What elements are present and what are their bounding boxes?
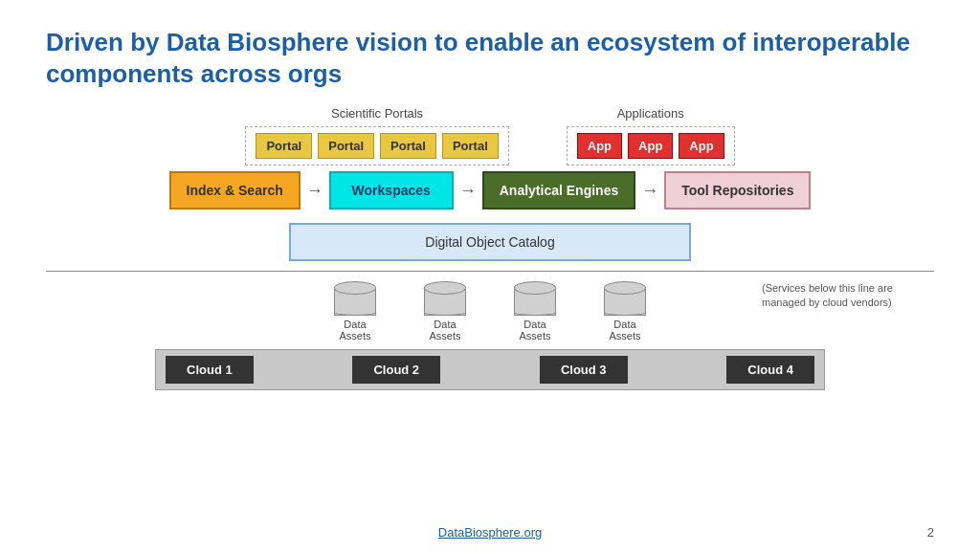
diagram: Scientific Portals Portal Portal Portal … (46, 106, 934, 390)
apps-group: Applications App App App (567, 106, 735, 165)
cloud-1-box: Cloud 1 (166, 356, 254, 384)
portal-box-1: Portal (256, 133, 312, 159)
cloud-3-box: Cloud 3 (540, 356, 628, 384)
portals-group: Scientific Portals Portal Portal Portal … (245, 106, 508, 165)
app-box-1: App (577, 133, 622, 159)
arrow-2: → (454, 181, 482, 201)
cylinder-icon-1 (334, 281, 376, 316)
portals-boxes: Portal Portal Portal Portal (245, 126, 508, 165)
top-row: Scientific Portals Portal Portal Portal … (46, 106, 934, 165)
index-search-box: Index & Search (169, 171, 301, 209)
cloud-2-box: Cloud 2 (352, 356, 440, 384)
main-row: Index & Search → Workspaces → Analytical… (46, 171, 934, 209)
apps-boxes: App App App (567, 126, 735, 165)
apps-label: Applications (617, 106, 684, 121)
tool-repositories-box: Tool Repositories (664, 171, 811, 209)
digital-object-catalog-box: Digital Object Catalog (289, 223, 691, 261)
portals-label: Scientific Portals (331, 106, 423, 121)
app-box-2: App (628, 133, 673, 159)
workspaces-box: Workspaces (329, 171, 454, 209)
portal-box-2: Portal (318, 133, 374, 159)
data-asset-1: DataAssets (334, 281, 376, 342)
portal-box-3: Portal (380, 133, 436, 159)
cloud-4-box: Cloud 4 (726, 356, 814, 384)
data-assets-row: DataAssets DataAssets DataAssets (46, 281, 934, 342)
doc-row: Digital Object Catalog (46, 223, 934, 261)
data-asset-3: DataAssets (514, 281, 556, 342)
cylinder-icon-4 (604, 281, 646, 316)
app-box-3: App (679, 133, 724, 159)
portal-box-4: Portal (442, 133, 499, 159)
clouds-row: Cloud 1 Cloud 2 Cloud 3 Cloud 4 (46, 349, 934, 390)
cylinder-icon-2 (424, 281, 466, 316)
cloud-note: (Services below this line are managed by… (762, 281, 934, 311)
arrow-1: → (301, 181, 329, 201)
slide: Driven by Data Biosphere vision to enabl… (0, 0, 980, 551)
cylinder-icon-3 (514, 281, 556, 316)
page-number: 2 (927, 525, 934, 540)
analytical-engines-box: Analytical Engines (482, 171, 635, 209)
clouds-container: Cloud 1 Cloud 2 Cloud 3 Cloud 4 (155, 349, 825, 390)
slide-title: Driven by Data Biosphere vision to enabl… (46, 27, 934, 89)
section-divider (46, 271, 934, 272)
data-asset-2: DataAssets (424, 281, 466, 342)
footer-link[interactable]: DataBiosphere.org (438, 525, 542, 540)
footer: DataBiosphere.org (0, 525, 980, 540)
arrow-3: → (635, 181, 664, 201)
data-asset-4: DataAssets (604, 281, 646, 342)
